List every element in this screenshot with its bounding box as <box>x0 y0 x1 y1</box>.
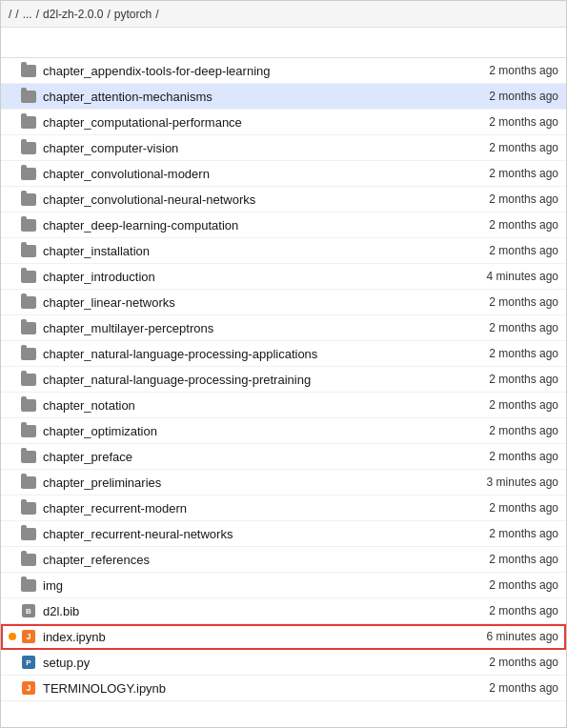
python-icon: P <box>20 654 37 671</box>
file-modified: 2 months ago <box>425 450 558 463</box>
list-item[interactable]: Psetup.py2 months ago <box>1 650 566 676</box>
list-item[interactable]: chapter_natural-language-processing-appl… <box>1 341 566 367</box>
list-item[interactable]: chapter_recurrent-modern2 months ago <box>1 495 566 521</box>
file-modified: 2 months ago <box>425 321 558 334</box>
file-name: chapter_appendix-tools-for-deep-learning <box>43 64 425 78</box>
list-item[interactable]: chapter_preface2 months ago <box>1 444 566 470</box>
breadcrumb-d2l[interactable]: d2l-zh-2.0.0 <box>43 8 103 21</box>
folder-icon <box>20 448 37 465</box>
file-name: chapter_recurrent-neural-networks <box>43 527 425 541</box>
folder-icon <box>20 165 37 182</box>
folder-icon <box>20 216 37 233</box>
file-name: chapter_multilayer-perceptrons <box>43 321 425 335</box>
list-item[interactable]: chapter_linear-networks2 months ago <box>1 290 566 315</box>
list-item[interactable]: img2 months ago <box>1 573 566 598</box>
list-item[interactable]: chapter_preliminaries3 minutes ago <box>1 470 566 495</box>
breadcrumb-pytorch[interactable]: pytorch <box>114 8 152 21</box>
file-name: chapter_notation <box>43 398 425 413</box>
breadcrumb[interactable]: / / ... / d2l-zh-2.0.0 / pytorch / <box>1 1 566 28</box>
breadcrumb-sep-2: / <box>36 8 39 21</box>
list-item[interactable]: JTERMINOLOGY.ipynb2 months ago <box>1 676 566 701</box>
file-modified: 2 months ago <box>425 604 558 617</box>
file-name: chapter_attention-mechanisms <box>43 90 425 104</box>
file-modified: 2 months ago <box>425 501 558 515</box>
bib-icon: B <box>20 602 37 619</box>
file-name: chapter_installation <box>43 244 425 258</box>
folder-icon <box>20 191 37 208</box>
file-name: chapter_natural-language-processing-pret… <box>43 373 425 387</box>
file-name: chapter_deep-learning-computation <box>43 218 425 233</box>
folder-icon <box>20 62 37 79</box>
folder-icon <box>20 242 37 259</box>
file-name: chapter_recurrent-modern <box>43 501 425 516</box>
file-name: chapter_natural-language-processing-appl… <box>43 347 425 361</box>
folder-icon <box>20 139 37 156</box>
folder-icon <box>20 371 37 388</box>
folder-icon <box>20 319 37 336</box>
dot-indicator <box>9 633 16 640</box>
file-name: TERMINOLOGY.ipynb <box>43 681 425 696</box>
folder-icon <box>20 551 37 568</box>
folder-icon <box>20 113 37 131</box>
file-browser: / / ... / d2l-zh-2.0.0 / pytorch / chapt… <box>0 0 567 728</box>
file-modified: 2 months ago <box>425 527 558 540</box>
file-modified: 2 months ago <box>425 64 558 77</box>
file-name: index.ipynb <box>43 630 425 644</box>
folder-icon <box>20 422 37 439</box>
list-item[interactable]: chapter_multilayer-perceptrons2 months a… <box>1 315 566 341</box>
file-modified: 4 minutes ago <box>425 270 558 283</box>
jupyter-icon: J <box>20 679 37 697</box>
file-name: chapter_introduction <box>43 270 425 284</box>
file-modified: 2 months ago <box>425 295 558 309</box>
file-modified: 2 months ago <box>425 90 558 103</box>
list-item[interactable]: chapter_appendix-tools-for-deep-learning… <box>1 58 566 84</box>
file-name: chapter_references <box>43 553 425 567</box>
file-name: chapter_preface <box>43 450 425 464</box>
folder-icon <box>20 576 37 594</box>
file-name: chapter_convolutional-modern <box>43 167 425 181</box>
file-modified: 3 minutes ago <box>425 475 558 489</box>
folder-icon <box>20 345 37 362</box>
breadcrumb-sep-3: / <box>107 8 110 21</box>
list-item[interactable]: chapter_introduction4 minutes ago <box>1 264 566 290</box>
list-item[interactable]: chapter_optimization2 months ago <box>1 418 566 444</box>
file-name: chapter_preliminaries <box>43 475 425 490</box>
column-header <box>1 28 566 58</box>
list-item[interactable]: chapter_installation2 months ago <box>1 238 566 264</box>
file-modified: 2 months ago <box>425 656 558 669</box>
folder-icon <box>20 474 37 491</box>
file-modified: 2 months ago <box>425 218 558 232</box>
list-item[interactable]: Jindex.ipynb6 minutes ago <box>1 624 566 650</box>
file-list[interactable]: chapter_appendix-tools-for-deep-learning… <box>1 58 566 727</box>
breadcrumb-root[interactable]: / <box>9 8 11 21</box>
list-item[interactable]: Bd2l.bib2 months ago <box>1 598 566 624</box>
file-name: chapter_computational-performance <box>43 115 425 130</box>
file-name: chapter_convolutional-neural-networks <box>43 192 425 207</box>
folder-icon <box>20 525 37 542</box>
file-modified: 2 months ago <box>425 141 558 154</box>
breadcrumb-ellipsis[interactable]: ... <box>23 8 32 21</box>
file-modified: 2 months ago <box>425 244 558 257</box>
list-item[interactable]: chapter_convolutional-modern2 months ago <box>1 161 566 187</box>
list-item[interactable]: chapter_recurrent-neural-networks2 month… <box>1 521 566 547</box>
list-item[interactable]: chapter_natural-language-processing-pret… <box>1 367 566 393</box>
folder-icon <box>20 268 37 285</box>
breadcrumb-sep-4: / <box>155 8 158 21</box>
list-item[interactable]: chapter_notation2 months ago <box>1 393 566 418</box>
list-item[interactable]: chapter_convolutional-neural-networks2 m… <box>1 187 566 212</box>
file-modified: 2 months ago <box>425 115 558 129</box>
file-modified: 6 minutes ago <box>425 630 558 643</box>
list-item[interactable]: chapter_references2 months ago <box>1 547 566 573</box>
file-modified: 2 months ago <box>425 167 558 180</box>
file-modified: 2 months ago <box>425 398 558 412</box>
list-item[interactable]: chapter_computer-vision2 months ago <box>1 135 566 161</box>
list-item[interactable]: chapter_attention-mechanisms2 months ago <box>1 84 566 110</box>
file-name: chapter_optimization <box>43 424 425 438</box>
file-modified: 2 months ago <box>425 373 558 386</box>
list-item[interactable]: chapter_computational-performance2 month… <box>1 110 566 135</box>
file-modified: 2 months ago <box>425 424 558 437</box>
folder-icon <box>20 88 37 105</box>
list-item[interactable]: chapter_deep-learning-computation2 month… <box>1 212 566 238</box>
breadcrumb-sep-1: / <box>15 8 18 21</box>
file-name: chapter_computer-vision <box>43 141 425 155</box>
